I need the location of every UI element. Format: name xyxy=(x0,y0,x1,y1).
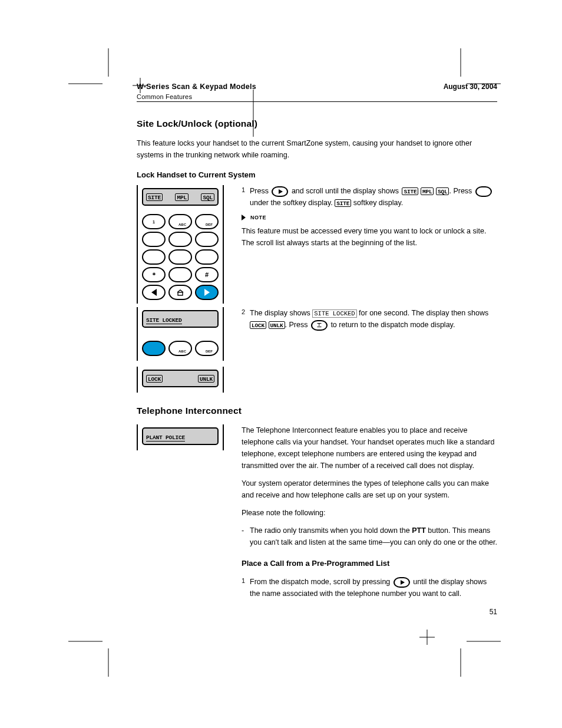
nav-home[interactable] xyxy=(168,285,192,300)
softkey-unlk: UNLK xyxy=(198,375,214,383)
nav-row xyxy=(142,285,219,300)
telephone-para-2: Your system operator determines the type… xyxy=(242,477,497,501)
svg-rect-13 xyxy=(178,292,183,295)
key-hash[interactable]: # xyxy=(195,267,219,282)
softkey-mpl: MPL xyxy=(175,193,189,201)
subheading-place-call: Place a Call from a Pre-Programmed List xyxy=(242,558,497,570)
step-number: 2 xyxy=(242,307,250,331)
key-2[interactable] xyxy=(168,214,192,229)
softkey-lock: LOCK xyxy=(146,375,163,383)
device-lcd-lockunlk: LOCK UNLK xyxy=(137,367,224,393)
step-number: 1 xyxy=(242,185,250,209)
key-1[interactable]: 1 xyxy=(142,214,166,229)
inline-nav-right-icon xyxy=(394,577,410,588)
softkey-btn-2[interactable] xyxy=(168,341,192,356)
inline-softkey-sql: SQL xyxy=(436,187,449,195)
step-2-text: The display shows SITE LOCKED for one se… xyxy=(250,307,497,331)
softkey-btn-1[interactable] xyxy=(142,341,166,356)
keypad-row xyxy=(142,249,219,265)
page-number: 51 xyxy=(490,608,497,616)
inline-home-button-icon xyxy=(311,320,328,331)
softkey-sql: SQL xyxy=(201,193,214,201)
place-call-step1: From the dispatch mode, scroll by pressi… xyxy=(250,576,497,599)
note-marker-icon xyxy=(242,215,246,220)
keypad-row xyxy=(142,232,219,247)
key-8[interactable] xyxy=(168,249,192,265)
inline-lcd-site-locked: SITE LOCKED xyxy=(312,309,356,318)
key-9[interactable] xyxy=(195,249,219,265)
telephone-bullet: - The radio only transmits when you hold… xyxy=(242,525,497,548)
softkey-button-row xyxy=(142,341,219,356)
lcd-text-site-locked: SITE LOCKED xyxy=(146,317,182,324)
inline-softkey-lock: LOCK xyxy=(250,321,266,329)
nav-left[interactable] xyxy=(142,285,166,300)
key-0[interactable] xyxy=(168,267,192,282)
key-6[interactable] xyxy=(195,232,219,247)
inline-softkey-mpl: MPL xyxy=(421,187,434,195)
note-text: This feature must be accessed every time… xyxy=(242,225,497,249)
lcd-plant-police: PLANT POLICE xyxy=(142,427,219,445)
key-3[interactable] xyxy=(195,214,219,229)
keypad-row: 1 xyxy=(142,214,219,229)
header-section: Common Features xyxy=(137,93,497,100)
device-lcd-locked: SITE LOCKED xyxy=(137,307,224,361)
device-keypad: SITE MPL SQL 1 xyxy=(137,185,224,304)
nav-right[interactable] xyxy=(195,285,219,300)
device-lcd-plantpolice: PLANT POLICE xyxy=(137,424,224,450)
softkey-btn-3[interactable] xyxy=(195,341,219,356)
please-note: Please note the following: xyxy=(242,507,497,519)
lcd-text-plant-police: PLANT POLICE xyxy=(146,434,185,442)
section-title-telephone: Telephone Interconnect xyxy=(137,406,497,416)
section-title-site-lock: Site Lock/Unlock (optional) xyxy=(137,118,497,129)
lcd-lock-unlk: LOCK UNLK xyxy=(142,370,219,387)
section1-intro: This feature locks your handset to the c… xyxy=(137,137,497,161)
telephone-para-1: The Telephone Interconnect feature enabl… xyxy=(242,424,497,472)
step-1-text: Press and scroll until the display shows… xyxy=(250,185,497,209)
step-number: 1 xyxy=(242,576,250,599)
header-model: W-Series Scan & Keypad Models xyxy=(137,83,256,91)
inline-nav-right-icon xyxy=(272,186,288,197)
inline-softkey-site-2: SITE xyxy=(335,199,351,207)
header-date: August 30, 2004 xyxy=(444,83,497,91)
key-5[interactable] xyxy=(168,232,192,247)
keypad-row: ＊ # xyxy=(142,267,219,282)
softkey-site: SITE xyxy=(146,193,163,201)
lcd-site-locked: SITE LOCKED xyxy=(142,310,219,328)
key-star[interactable]: ＊ xyxy=(142,267,166,282)
note-label: NOTE xyxy=(250,213,266,222)
key-7[interactable] xyxy=(142,249,166,265)
subheading-lock: Lock Handset to Current System xyxy=(137,170,497,179)
inline-softkey-site: SITE xyxy=(402,187,418,195)
inline-softkey-button-icon xyxy=(475,186,492,197)
key-4[interactable] xyxy=(142,232,166,247)
page-header: W-Series Scan & Keypad Models August 30,… xyxy=(137,83,497,102)
inline-softkey-unlk: UNLK xyxy=(269,321,285,329)
lcd-softkeys-1: SITE MPL SQL xyxy=(142,188,219,206)
